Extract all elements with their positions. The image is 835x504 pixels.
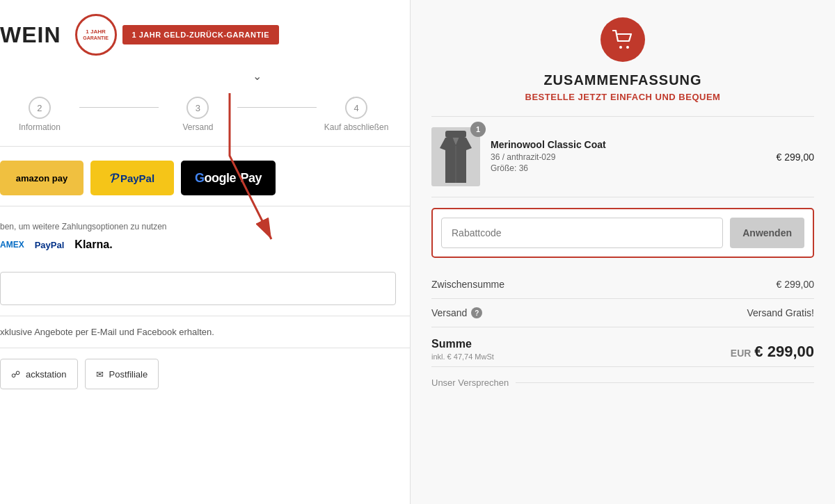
cart-icon-circle [601, 17, 645, 62]
gpay-button[interactable]: Google Pay [181, 161, 276, 195]
apply-discount-label: Anwenden [742, 227, 792, 238]
step-information: 2 Information [0, 97, 79, 132]
postfiliale-icon: ✉ [96, 369, 104, 380]
summary-title: ZUSAMMENFASSUNG [431, 72, 814, 88]
product-price: € 299,00 [777, 152, 815, 163]
svg-rect-3 [445, 131, 466, 138]
svg-point-1 [619, 46, 622, 49]
delivery-section: ☍ ackstation ✉ Postfiliale [0, 348, 410, 389]
promise-line [516, 382, 814, 383]
step-3-circle: 3 [186, 97, 209, 119]
paypal-button[interactable]: 𝓟 PayPal [90, 161, 174, 195]
optin-section: xklusive Angebote per E-Mail und Faceboo… [0, 316, 410, 348]
promise-label: Unser Versprechen [431, 377, 509, 388]
logo-badge-area: WEIN 1 JAHR GARANTIE 1 JAHR GELD-ZURÜCK-… [0, 14, 410, 66]
product-item: 1 Merinowool Classic Coat 36 / anthrazit… [431, 116, 814, 197]
form-section [0, 258, 410, 316]
step-line-1 [79, 107, 159, 108]
optin-text: xklusive Angebote per E-Mail und Faceboo… [0, 327, 214, 337]
zwischensumme-label: Zwischensumme [431, 279, 504, 290]
paypal-logo-text: PayPal [35, 240, 65, 250]
coat-svg [438, 131, 473, 183]
packstation-icon: ☍ [11, 369, 20, 380]
more-options-text: ben, um weitere Zahlungsoptionen zu nutz… [0, 222, 396, 231]
step-4-circle: 4 [345, 97, 367, 119]
summary-subtitle: BESTELLE JETZT EINFACH UND BEQUEM [431, 92, 814, 102]
amazon-pay-label: amazon pay [16, 173, 67, 184]
summe-sublabel: inkl. € 47,74 MwSt [431, 352, 494, 361]
form-input[interactable] [0, 272, 396, 305]
versand-label: Versand ? [431, 307, 482, 318]
logo-text: WEIN [0, 22, 61, 48]
summe-row: Summe inkl. € 47,74 MwSt EUR € 299,00 [431, 327, 814, 366]
versand-help-icon[interactable]: ? [471, 307, 482, 318]
payment-logos-row: AMEX PayPal Klarna. [0, 238, 396, 251]
summe-label-area: Summe inkl. € 47,74 MwSt [431, 338, 494, 361]
postfiliale-button[interactable]: ✉ Postfiliale [85, 359, 159, 389]
step-2-circle: 2 [29, 97, 51, 119]
product-name: Merinowool Classic Coat [491, 139, 766, 150]
amazon-pay-button[interactable]: amazon pay [0, 161, 84, 195]
guarantee-badge: 1 JAHR GARANTIE 1 JAHR GELD-ZURÜCK-GARAN… [75, 14, 279, 56]
payment-section: amazon pay 𝓟 PayPal Google Pay [0, 146, 410, 206]
badge-years: 1 JAHR [86, 29, 105, 35]
product-variant-2: Größe: 36 [491, 163, 766, 173]
packstation-label: ackstation [26, 369, 67, 380]
badge-banner: 1 JAHR GELD-ZURÜCK-GARANTIE [122, 25, 279, 44]
discount-area: Anwenden [431, 208, 814, 258]
packstation-button[interactable]: ☍ ackstation [0, 359, 78, 389]
step-4-label: Kauf abschließen [324, 122, 389, 132]
product-image-wrap: 1 [431, 127, 480, 186]
badge-guarantee: GARANTIE [83, 35, 109, 41]
paypal-p-icon: 𝓟 [110, 171, 118, 186]
promise-row: Unser Versprechen [431, 366, 814, 391]
gpay-label: Google Pay [195, 171, 262, 186]
summe-value-area: EUR € 299,00 [731, 343, 814, 361]
left-panel: WEIN 1 JAHR GARANTIE 1 JAHR GELD-ZURÜCK-… [0, 0, 411, 504]
zwischensumme-value: € 299,00 [777, 279, 815, 290]
product-variant-1: 36 / anthrazit-029 [491, 152, 766, 162]
paypal-label: PayPal [120, 172, 154, 184]
chevron-down: ⌄ [0, 66, 410, 90]
versand-row: Versand ? Versand Gratis! [431, 299, 814, 327]
payment-buttons: amazon pay 𝓟 PayPal Google Pay [0, 161, 396, 195]
checkout-steps: 2 Information 3 Versand 4 Kauf abschließ… [0, 90, 410, 146]
step-line-2 [237, 107, 317, 108]
discount-input[interactable] [441, 218, 723, 248]
summe-label: Summe [431, 338, 494, 350]
cart-icon [612, 30, 633, 49]
klarna-logo: Klarna. [74, 238, 112, 251]
summe-value: € 299,00 [754, 343, 814, 361]
apply-discount-button[interactable]: Anwenden [730, 218, 804, 248]
product-info: Merinowool Classic Coat 36 / anthrazit-0… [491, 139, 766, 174]
amex-logo: AMEX [0, 240, 24, 250]
step-kauf: 4 Kauf abschließen [317, 97, 396, 132]
chevron-down-icon: ⌄ [253, 70, 262, 82]
product-image [431, 127, 480, 186]
postfiliale-label: Postfiliale [109, 369, 148, 380]
step-versand: 3 Versand [159, 97, 238, 132]
badge-circle: 1 JAHR GARANTIE [75, 14, 117, 56]
versand-value: Versand Gratis! [747, 307, 815, 318]
summe-currency: EUR [731, 348, 752, 359]
right-panel: ZUSAMMENFASSUNG BESTELLE JETZT EINFACH U… [411, 0, 835, 504]
quantity-badge: 1 [470, 122, 486, 137]
svg-point-2 [626, 46, 629, 49]
more-options-area: ben, um weitere Zahlungsoptionen zu nutz… [0, 206, 410, 258]
step-3-label: Versand [182, 122, 213, 132]
step-2-label: Information [19, 122, 61, 132]
zwischensumme-row: Zwischensumme € 299,00 [431, 270, 814, 299]
